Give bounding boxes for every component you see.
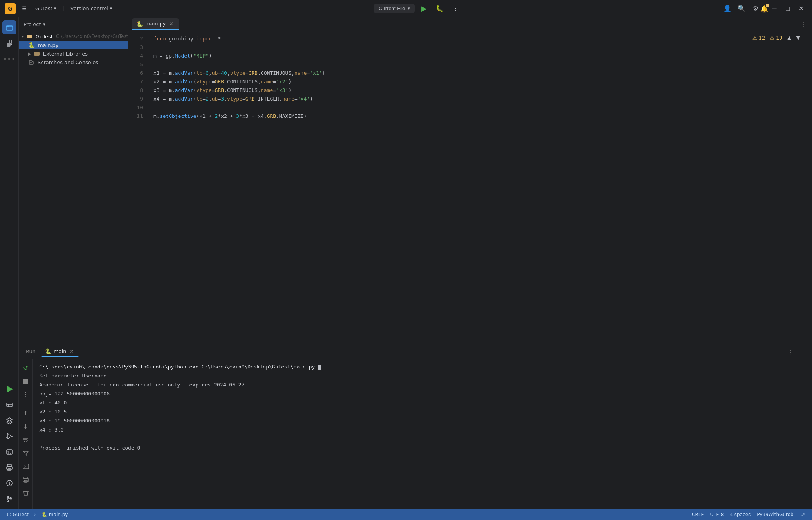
- project-title-text: Project: [23, 22, 41, 27]
- svg-rect-3: [7, 44, 12, 45]
- folder-icon: [6, 24, 13, 31]
- code-line-3: [147, 43, 807, 52]
- sidebar-item-scratches[interactable]: Scratches and Consoles: [19, 58, 128, 67]
- lint-up-button[interactable]: ▲: [787, 34, 791, 41]
- run-more-button[interactable]: ⋮: [449, 2, 462, 15]
- svg-rect-28: [24, 477, 28, 479]
- up-arrow-icon: ↑: [23, 410, 28, 417]
- bookmarks-icon: [6, 40, 13, 47]
- scroll-down-button[interactable]: ↓: [20, 421, 31, 432]
- project-tool-button[interactable]: [2, 20, 16, 34]
- tab-main-run[interactable]: 🐍 main ✕: [41, 347, 79, 357]
- warning-circle-icon: [6, 480, 13, 487]
- current-file-selector[interactable]: Current File ▾: [374, 4, 415, 13]
- tree-root-item[interactable]: ▾ GuTest C:\Users\cxin0\Desktop\GuTest: [19, 32, 128, 41]
- restart-run-button[interactable]: ↺: [20, 362, 31, 373]
- scroll-up-button[interactable]: ↑: [20, 408, 31, 419]
- status-file[interactable]: 🐍 main.py: [39, 512, 70, 517]
- panel-minimize-button[interactable]: ─: [798, 347, 809, 358]
- sidebar: Project ▾ ▾ GuTest C:\Users\cxin0\Deskto…: [19, 17, 128, 345]
- code-line-10: [147, 103, 807, 112]
- project-chevron-icon: ▾: [54, 6, 56, 11]
- restore-icon: □: [786, 5, 790, 12]
- panel-minimize-icon: ─: [802, 349, 805, 355]
- code-line-11: m.setObjective(x1 + 2*x2 + 3*x3 + x4,GRB…: [147, 112, 807, 121]
- terminal-tool-button[interactable]: [2, 445, 16, 459]
- print-icon: [6, 464, 13, 471]
- titlebar: G ☰ GuTest ▾ | Version control ▾ Current…: [0, 0, 812, 17]
- project-selector[interactable]: GuTest ▾: [33, 4, 58, 13]
- sidebar-item-external-libs[interactable]: ▶ External Libraries: [19, 49, 128, 58]
- settings-icon: ⚙: [753, 5, 758, 12]
- bookmarks-tool-button[interactable]: [2, 36, 16, 50]
- terminal-line-cmd: C:\Users\cxin0\.conda\envs\Py39WithGurob…: [39, 363, 806, 371]
- vcs-selector[interactable]: Version control ▾: [68, 4, 115, 13]
- svg-rect-26: [23, 464, 29, 469]
- work-area: Project ▾ ▾ GuTest C:\Users\cxin0\Deskto…: [19, 17, 812, 509]
- editor-scrollbar[interactable]: [807, 31, 812, 345]
- print-tool-button[interactable]: [2, 460, 16, 475]
- close-window-button[interactable]: ✕: [795, 2, 807, 15]
- terminal-line-x1: x1 : 40.0: [39, 399, 806, 407]
- notification-badge: [766, 4, 769, 7]
- editor-more-button[interactable]: ⋮: [798, 19, 809, 30]
- debug-tool-button[interactable]: [2, 429, 16, 443]
- scratches-label: Scratches and Consoles: [38, 60, 98, 65]
- project-panel-title[interactable]: Project ▾: [23, 22, 45, 27]
- run-tool-button[interactable]: [2, 382, 16, 396]
- tab-mainpy[interactable]: 🐍 main.py ✕: [132, 18, 179, 30]
- svg-marker-7: [7, 433, 11, 439]
- clear-output-button[interactable]: [20, 488, 31, 498]
- hamburger-menu-button[interactable]: ☰: [19, 3, 30, 14]
- tab-run[interactable]: Run: [22, 347, 40, 357]
- git-tool-button[interactable]: [2, 492, 16, 506]
- problems-tool-button[interactable]: [2, 476, 16, 490]
- root-expand-icon: ▾: [22, 34, 24, 39]
- terminal-output-button[interactable]: [20, 461, 31, 472]
- code-line-6: x1 = m.addVar(lb=0,ub=40,vtype=GRB.CONTI…: [147, 69, 807, 78]
- print-output-button[interactable]: [20, 474, 31, 485]
- code-content[interactable]: from gurobipy import * m = gp.Model("MIP…: [147, 31, 807, 345]
- run-tab-close-button[interactable]: ✕: [69, 348, 75, 355]
- run-options-button[interactable]: ⋮: [20, 389, 31, 400]
- toolbar-bottom: [2, 382, 16, 506]
- status-line-ending[interactable]: CRLF: [689, 512, 706, 517]
- code-editor[interactable]: ⚠ 12 ⚠ 19 ▲ ▼: [128, 31, 812, 345]
- terminal-output[interactable]: C:\Users\cxin0\.conda\envs\Py39WithGurob…: [33, 359, 812, 509]
- filter-output-button[interactable]: [20, 448, 31, 459]
- line-numbers: 2 3 4 5 6 7 8 9 10 11: [128, 31, 147, 345]
- git-icon: [6, 495, 13, 502]
- code-line-5: [147, 60, 807, 69]
- scratches-icon: [28, 59, 34, 65]
- restore-window-button[interactable]: □: [781, 2, 794, 15]
- sidebar-item-mainpy[interactable]: 🐍 main.py: [19, 41, 128, 49]
- status-indent[interactable]: 4 spaces: [727, 512, 753, 517]
- stop-run-button[interactable]: ■: [20, 376, 31, 386]
- add-profile-button[interactable]: 👤: [721, 2, 734, 15]
- layers-tool-button[interactable]: [2, 413, 16, 428]
- status-crlf-label: CRLF: [692, 512, 704, 517]
- more-tools-button[interactable]: •••: [2, 52, 16, 66]
- external-libs-label: External Libraries: [43, 51, 88, 57]
- editor-more-icon: ⋮: [801, 21, 806, 27]
- terminal-icon: [6, 448, 13, 455]
- status-interpreter[interactable]: Py39WithGurobi: [754, 512, 797, 517]
- status-expand-button[interactable]: ⤢: [799, 512, 807, 517]
- wrap-output-button[interactable]: [20, 434, 31, 445]
- packages-tool-button[interactable]: [2, 398, 16, 412]
- status-encoding[interactable]: UTF-8: [707, 512, 726, 517]
- notifications-button[interactable]: 🔔: [758, 2, 770, 15]
- filter-icon: [23, 450, 29, 456]
- debug-button[interactable]: 🐛: [433, 2, 446, 15]
- lint-down-button[interactable]: ▼: [796, 34, 800, 41]
- run-button[interactable]: ▶: [418, 2, 430, 15]
- panel-more-button[interactable]: ⋮: [785, 347, 796, 358]
- tab-close-button[interactable]: ✕: [168, 21, 175, 27]
- search-icon: 🔍: [738, 5, 745, 12]
- status-right-items: CRLF UTF-8 4 spaces Py39WithGurobi ⤢: [689, 512, 807, 517]
- vcs-label: Version control: [70, 5, 108, 11]
- terminal-small-icon: [23, 463, 29, 469]
- status-project[interactable]: ⬡ GuTest: [5, 512, 31, 517]
- search-button[interactable]: 🔍: [735, 2, 748, 15]
- close-icon: ✕: [799, 5, 804, 12]
